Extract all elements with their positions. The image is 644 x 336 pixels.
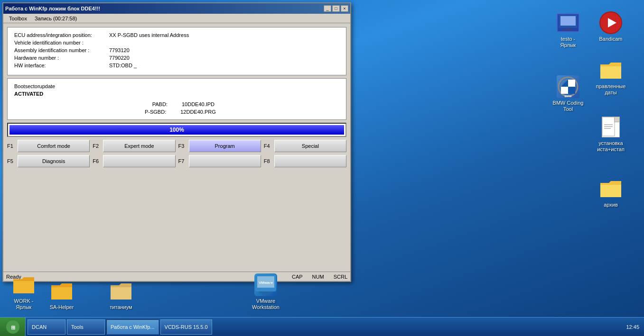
svg-marker-10 (615, 117, 619, 122)
taskbar-dcan-label: DCAN (32, 324, 47, 330)
status-scrl: SCRL (334, 274, 347, 280)
bmw-icon: BMW (557, 75, 579, 98)
boot-files: PABD: 10DDE40.IPD P-SGBD: 12DDE40.PRG (14, 101, 339, 115)
bandicam-label: Bandicam (599, 36, 623, 42)
desktop-icon-vmware[interactable]: VMware VMwareWorkstation (247, 272, 285, 312)
progress-bar: 100% (9, 125, 344, 135)
f2-label: F2 (93, 143, 101, 149)
hw-interface-value: STD:OBD _ (109, 63, 137, 68)
svg-text:VMware: VMware (259, 281, 273, 285)
f7-label: F7 (178, 158, 187, 164)
comfort-mode-button[interactable]: Comfort mode (18, 140, 90, 152)
f6-button[interactable] (103, 155, 175, 167)
boot-title: Bootsectorupdate (14, 83, 339, 89)
f5-group: F5 Diagnosis (7, 155, 90, 167)
bmw-label: BMW CodingTool (553, 100, 584, 112)
assembly-row: Assembly identification number : 7793120 (14, 47, 339, 53)
f8-label: F8 (264, 158, 272, 164)
ecu-label: ECU address/integration position: (14, 32, 109, 38)
pabd-row: PABD: 10DDE40.IPD (139, 101, 215, 107)
menu-toolbox[interactable]: Toolbox (5, 15, 31, 22)
desktop-icon-testo[interactable]: testo -Ярлык (549, 9, 587, 50)
diagnosis-button[interactable]: Diagnosis (18, 155, 90, 167)
pabd-label: PABD: (139, 101, 168, 107)
f8-group: F8 (264, 155, 346, 167)
content-area: ECU address/integration position: XX P-S… (3, 23, 350, 272)
status-num: NUM (312, 274, 324, 280)
desktop-icon-bmw[interactable]: BMW BMW CodingTool (549, 73, 587, 114)
start-button[interactable]: ⊞ (0, 318, 26, 336)
f1-label: F1 (7, 143, 16, 149)
title-bar-buttons: _ □ × (324, 5, 348, 12)
taskbar-tools[interactable]: Tools (67, 319, 105, 335)
work-icon (12, 273, 35, 296)
close-button[interactable]: × (341, 5, 348, 12)
app-window: Работа с WinKfp ложим блок DDE4!!! _ □ ×… (2, 2, 351, 282)
f6-group: F6 (93, 155, 175, 167)
menu-bar: Toolbox Запись (00:27:58) (3, 14, 350, 23)
boot-panel: Bootsectorupdate ACTIVATED PABD: 10DDE40… (7, 78, 346, 120)
vin-row: Vehicle identification number : (14, 40, 339, 45)
vmware-label: VMwareWorkstation (252, 298, 280, 310)
taskbar-dcan[interactable]: DCAN (28, 319, 65, 335)
f2-group: F2 Expert mode (93, 140, 175, 152)
maximize-button[interactable]: □ (332, 5, 340, 12)
f3-label: F3 (178, 143, 187, 149)
f1-group: F1 Comfort mode (7, 140, 90, 152)
hardware-row: Hardware number : 7790220 (14, 55, 339, 61)
pabd-value: 10DDE40.IPD (182, 101, 215, 107)
info-panel: ECU address/integration position: XX P-S… (7, 27, 346, 75)
testo-icon (557, 11, 579, 34)
sa-helper-icon (50, 280, 73, 302)
system-clock: 12:45 (621, 324, 644, 330)
f8-button[interactable] (274, 155, 346, 167)
hardware-value: 7790220 (109, 55, 130, 61)
svg-rect-19 (262, 293, 270, 295)
vmware-icon: VMware (254, 273, 277, 296)
hw-interface-row: HW interface: STD:OBD _ (14, 63, 339, 68)
desktop-icon-sa-helper[interactable]: SA-Helper (43, 278, 81, 312)
svg-text:BMW: BMW (565, 95, 572, 97)
psgbd-value: 12DDE40.PRG (180, 109, 216, 115)
work-label: WORK -Ярлык (14, 298, 34, 310)
svg-rect-18 (259, 291, 272, 293)
progress-label: 100% (169, 127, 184, 133)
minimize-button[interactable]: _ (324, 5, 331, 12)
arkhiv-label: архив (604, 202, 618, 208)
titan-label: титаниум (110, 304, 132, 310)
desktop-icon-ustanovka[interactable]: установкаиста+истап (592, 114, 630, 154)
expert-mode-button[interactable]: Expert mode (103, 140, 175, 152)
ecu-value: XX P-SGBD uses internal Address (109, 32, 189, 38)
bandicam-icon (599, 11, 622, 34)
ecu-row: ECU address/integration position: XX P-S… (14, 32, 339, 38)
boot-activated: ACTIVATED (14, 91, 339, 97)
hw-interface-label: HW interface: (14, 63, 109, 68)
desktop-icon-pravlennie[interactable]: правленныедаты (592, 57, 630, 98)
desktop-icon-work[interactable]: WORK -Ярлык (5, 272, 43, 312)
f7-button[interactable] (189, 155, 261, 167)
button-row-2: F5 Diagnosis F6 F7 F8 (7, 155, 346, 167)
assembly-value: 7793120 (109, 47, 130, 53)
menu-record[interactable]: Запись (00:27:58) (31, 15, 81, 22)
svg-rect-3 (562, 29, 574, 31)
desktop-icon-titan[interactable]: титаниум (102, 278, 140, 312)
desktop-icon-bandicam[interactable]: Bandicam (592, 9, 630, 44)
f4-group: F4 Special (264, 140, 346, 152)
program-button[interactable]: Program (189, 140, 261, 152)
progress-container: 100% (7, 123, 346, 137)
psgbd-row: P-SGBD: 12DDE40.PRG (138, 109, 216, 115)
f3-group: F3 Program (178, 140, 261, 152)
taskbar-vcds[interactable]: VCDS-RUS 15.5.0 (160, 319, 212, 335)
button-row-1: F1 Comfort mode F2 Expert mode F3 Progra… (7, 140, 346, 152)
special-button[interactable]: Special (274, 140, 346, 152)
vin-label: Vehicle identification number : (14, 40, 109, 45)
taskbar-items: DCAN Tools Работа с WinKfp... VCDS-RUS 1… (26, 318, 621, 336)
svg-rect-1 (560, 16, 576, 26)
f5-label: F5 (7, 158, 16, 164)
status-cap: CAP (292, 274, 303, 280)
taskbar-winkfp[interactable]: Работа с WinKfp... (106, 319, 159, 335)
f7-group: F7 (178, 155, 261, 167)
window-title: Работа с WinKfp ложим блок DDE4!!! (5, 6, 100, 11)
ustanovka-icon (599, 116, 622, 138)
desktop-icon-arkhiv[interactable]: архив (592, 175, 630, 210)
